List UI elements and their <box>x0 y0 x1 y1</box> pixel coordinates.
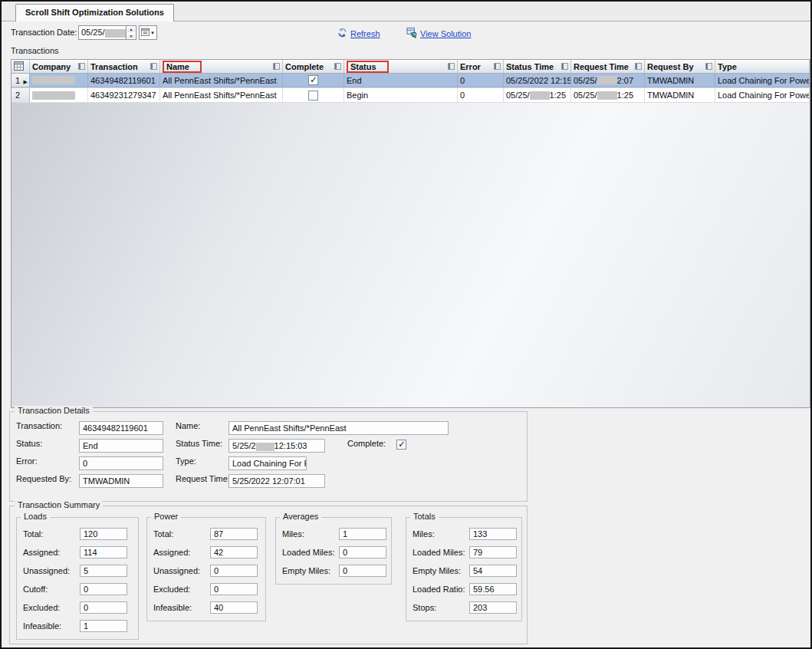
transaction-details-group: Transaction Details Transaction: 4634948… <box>9 411 528 502</box>
transaction-summary-group: Transaction Summary Loads Total:120 Assi… <box>9 506 528 644</box>
summary-value-field: 0 <box>339 546 386 558</box>
status-time-pre: 05/25/ <box>506 91 530 100</box>
spinner-up-button[interactable] <box>127 26 136 33</box>
column-pin-icon[interactable] <box>78 63 85 70</box>
field-label: Requested By: <box>16 474 71 483</box>
column-pin-icon[interactable] <box>494 63 501 70</box>
request-time-field: 5/25/2022 12:07:01 <box>228 474 325 488</box>
field-label: Loaded Ratio: <box>413 585 469 594</box>
refresh-link[interactable]: Refresh <box>337 27 380 40</box>
grid-header-row: Company Transaction Name Complete Status… <box>12 60 810 74</box>
redaction-block <box>256 443 275 451</box>
name-field: All PennEast Shifts/*PennEast <box>228 421 449 435</box>
column-header-error[interactable]: Error <box>458 60 504 73</box>
column-pin-icon[interactable] <box>448 63 455 70</box>
view-solution-link[interactable]: View Solution <box>406 27 471 40</box>
transaction-date-input[interactable]: 05/25/ <box>78 25 126 40</box>
column-pin-icon[interactable] <box>150 63 157 70</box>
column-header-complete[interactable]: Complete <box>283 60 344 73</box>
field-label: Miles: <box>282 529 339 539</box>
tab-scroll-shift-optimization[interactable]: Scroll Shift Optimization Solutions <box>15 4 174 21</box>
column-header-name[interactable]: Name <box>160 60 283 73</box>
field-label: Complete: <box>347 439 386 448</box>
field-label: Request Time: <box>176 474 230 483</box>
refresh-label: Refresh <box>350 29 380 38</box>
column-pin-icon[interactable] <box>273 63 280 70</box>
column-header-status-time[interactable]: Status Time <box>504 60 571 73</box>
error-cell: 0 <box>458 88 504 102</box>
redaction-block <box>530 91 550 100</box>
group-title: Power <box>151 512 181 521</box>
summary-field-row: Assigned:42 <box>153 545 261 558</box>
column-pin-icon[interactable] <box>635 63 642 70</box>
refresh-icon <box>337 27 348 40</box>
transaction-date-label: Transaction Date: <box>11 28 77 37</box>
summary-value-field: 1 <box>80 620 127 632</box>
column-header-request-by[interactable]: Request By <box>645 60 715 73</box>
column-header-type[interactable]: Type <box>715 60 810 73</box>
column-header-label: Status <box>350 62 376 71</box>
field-label: Name: <box>176 421 200 430</box>
row-selector-header[interactable] <box>12 60 30 73</box>
summary-field-row: Total:87 <box>153 527 261 540</box>
field-label: Cutoff: <box>23 585 80 594</box>
company-cell <box>30 74 88 87</box>
summary-field-row: Unassigned:5 <box>23 564 133 577</box>
column-header-label: Status Time <box>506 62 554 71</box>
group-title: Loads <box>21 512 50 521</box>
status-time-pre: 5/25/2 <box>232 441 256 450</box>
request-time-pre: 05/25/ <box>574 91 597 100</box>
redaction-block <box>105 29 126 38</box>
summary-value-field: 0 <box>80 583 127 595</box>
request-by-cell: TMWADMIN <box>645 88 715 102</box>
column-header-status[interactable]: Status <box>344 60 458 73</box>
view-solution-icon <box>406 27 418 40</box>
field-label: Transaction: <box>16 421 62 430</box>
summary-value-field: 40 <box>210 601 258 614</box>
field-label: Assigned: <box>23 548 80 557</box>
summary-value-field: 1 <box>339 528 386 540</box>
column-header-label: Error <box>460 62 481 71</box>
field-label: Unassigned: <box>153 566 210 575</box>
field-label: Total: <box>23 529 80 539</box>
summary-field-row: Excluded:0 <box>23 601 133 614</box>
field-label: Excluded: <box>153 585 210 594</box>
column-pin-icon[interactable] <box>334 63 341 70</box>
table-row[interactable]: 2 46349231279347 All PennEast Shifts/*Pe… <box>12 88 810 103</box>
summary-value-field: 203 <box>469 601 517 614</box>
summary-field-row: Loaded Miles:0 <box>282 545 386 558</box>
calendar-dropdown-button[interactable]: ▼ <box>139 25 157 40</box>
complete-checkbox <box>308 75 318 85</box>
table-row[interactable]: 1 46349482119601 All PennEast Shifts/*Pe… <box>12 74 810 88</box>
summary-field-row: Stops:203 <box>413 601 517 614</box>
power-group: Power Total:87 Assigned:42 Unassigned:0 … <box>146 517 266 621</box>
status-time-cell: 05/25/1:25 <box>504 88 571 102</box>
summary-field-row: Assigned:114 <box>23 545 133 558</box>
column-pin-icon[interactable] <box>561 63 568 70</box>
type-cell: Load Chaining For Powers <box>715 88 810 102</box>
summary-value-field: 0 <box>210 565 258 577</box>
date-value: 05/25/ <box>81 28 105 37</box>
row-number: 1 <box>15 76 20 85</box>
redaction-block <box>32 91 75 100</box>
error-field: 0 <box>79 456 163 470</box>
spinner-down-button[interactable] <box>127 33 136 40</box>
field-label: Status: <box>16 439 42 448</box>
field-label: Empty Miles: <box>282 566 339 575</box>
summary-field-row: Infeasible:1 <box>23 619 133 632</box>
column-header-request-time[interactable]: Request Time <box>571 60 645 73</box>
error-cell: 0 <box>458 74 504 87</box>
summary-value-field: 133 <box>469 528 517 540</box>
row-number: 2 <box>15 91 20 100</box>
summary-value-field: 87 <box>210 528 258 540</box>
summary-field-row: Cutoff:0 <box>23 582 133 595</box>
column-pin-icon[interactable] <box>705 63 712 70</box>
complete-cell <box>283 88 344 102</box>
annotation-highlight-status: Status <box>347 61 389 73</box>
column-header-transaction[interactable]: Transaction <box>88 60 160 73</box>
summary-value-field: 0 <box>339 565 386 577</box>
column-header-company[interactable]: Company <box>30 60 88 73</box>
summary-field-row: Miles:1 <box>282 527 386 540</box>
status-time-post: 1:25 <box>550 91 566 100</box>
complete-checkbox <box>308 91 318 100</box>
